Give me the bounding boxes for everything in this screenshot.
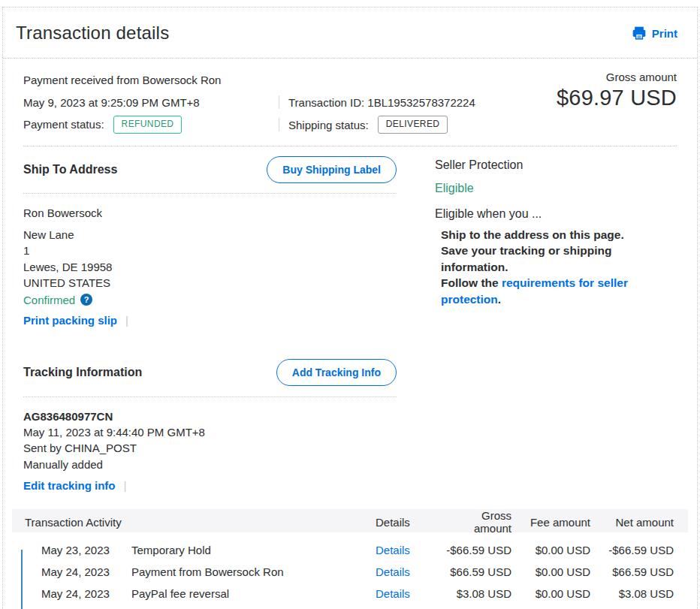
section-divider bbox=[23, 193, 397, 194]
fee-amount-cell: $0.00 USD bbox=[511, 544, 590, 556]
table-row: May 24, 2023 Payment from Bowersock Ron … bbox=[12, 561, 688, 583]
table-row: May 24, 2023 PayPal fee reversal Details… bbox=[12, 583, 688, 604]
payment-date: May 9, 2023 at 9:25:09 PM GMT+8 bbox=[23, 96, 279, 109]
shipping-status-label: Shipping status: bbox=[288, 119, 369, 131]
payment-summary-left: Payment received from Bowersock Ron May … bbox=[23, 68, 475, 136]
gross-amount-value: $69.97 USD bbox=[557, 86, 677, 110]
column-header-gross: Gross amount bbox=[443, 509, 511, 535]
gross-amount-cell: $3.08 USD bbox=[443, 587, 511, 600]
address-line: Lewes, DE 19958 bbox=[23, 259, 397, 275]
table-row: May 24, 2023 Refund to Bowersock Ron Det… bbox=[12, 604, 688, 609]
shipping-status-badge: DELIVERED bbox=[378, 116, 448, 133]
section-divider bbox=[23, 396, 397, 397]
activity-header-row: Transaction Activity Details Gross amoun… bbox=[12, 509, 688, 532]
print-label: Print bbox=[652, 27, 677, 40]
address-line: New Lane bbox=[23, 227, 397, 243]
ship-to-heading: Ship To Address bbox=[23, 163, 117, 176]
tracking-section: Tracking Information Add Tracking Info A… bbox=[23, 359, 397, 494]
seller-protection-item: Save your tracking or shipping informati… bbox=[441, 243, 677, 275]
address-block: New Lane 1 Lewes, DE 19958 UNITED STATES bbox=[23, 227, 397, 291]
activity-description: PayPal fee reversal bbox=[131, 587, 376, 600]
activity-date: May 23, 2023 bbox=[29, 544, 131, 556]
seller-protection-item: Ship to the address on this page. bbox=[441, 227, 677, 243]
payment-summary: Payment received from Bowersock Ron May … bbox=[23, 68, 677, 136]
link-separator: | bbox=[125, 314, 128, 327]
address-confirmed-status: Confirmed bbox=[23, 294, 75, 306]
print-button[interactable]: Print bbox=[632, 26, 677, 41]
ship-to-section: Ship To Address Buy Shipping Label Ron B… bbox=[23, 155, 397, 328]
tracking-heading: Tracking Information bbox=[23, 366, 142, 379]
details-link[interactable]: Details bbox=[376, 587, 410, 600]
tracking-number: AG836480977CN bbox=[23, 409, 397, 424]
transaction-details-card: Transaction details Print Payment receiv… bbox=[2, 7, 698, 609]
activity-heading: Transaction Activity bbox=[18, 516, 376, 529]
gross-amount-cell: $66.59 USD bbox=[443, 565, 511, 578]
address-line: 1 bbox=[23, 243, 397, 258]
column-header-net: Net amount bbox=[590, 516, 674, 529]
seller-protection-status: Eligible bbox=[435, 182, 677, 195]
tracking-method: Manually added bbox=[23, 457, 397, 472]
transaction-id: Transaction ID: 1BL19532578372224 bbox=[288, 96, 475, 109]
print-packing-slip-link[interactable]: Print packing slip bbox=[23, 314, 117, 327]
edit-tracking-info-link[interactable]: Edit tracking info bbox=[23, 479, 116, 492]
activity-description: Payment from Bowersock Ron bbox=[131, 565, 376, 578]
seller-protection-heading: Seller Protection bbox=[435, 158, 677, 172]
page-title: Transaction details bbox=[16, 23, 169, 44]
activity-date: May 24, 2023 bbox=[29, 565, 131, 578]
column-header-fee: Fee amount bbox=[511, 516, 590, 529]
printer-icon bbox=[632, 26, 647, 41]
payment-received-from: Payment received from Bowersock Ron bbox=[23, 74, 221, 86]
divider bbox=[279, 95, 279, 109]
page-header: Transaction details Print bbox=[3, 8, 697, 59]
details-link[interactable]: Details bbox=[376, 544, 410, 556]
buy-shipping-label-button[interactable]: Buy Shipping Label bbox=[267, 156, 397, 183]
payment-status-label: Payment status: bbox=[23, 118, 104, 131]
help-icon[interactable]: ? bbox=[80, 294, 92, 306]
recipient-name: Ron Bowersock bbox=[23, 205, 397, 221]
section-divider bbox=[23, 146, 677, 146]
activity-description: Temporary Hold bbox=[131, 544, 376, 556]
tracking-carrier: Sent by CHINA_POST bbox=[23, 440, 397, 456]
seller-protection-item: Follow the requirements for seller prote… bbox=[441, 275, 677, 307]
fee-amount-cell: $0.00 USD bbox=[511, 565, 590, 578]
link-separator: | bbox=[124, 479, 127, 492]
details-link[interactable]: Details bbox=[376, 565, 410, 578]
address-line: UNITED STATES bbox=[23, 275, 397, 291]
activity-date: May 24, 2023 bbox=[29, 587, 131, 600]
seller-protection-intro: Eligible when you ... bbox=[435, 207, 677, 221]
gross-amount-cell: -$66.59 USD bbox=[443, 544, 511, 556]
tracking-date: May 11, 2023 at 9:44:40 PM GMT+8 bbox=[23, 424, 397, 440]
net-amount-cell: -$66.59 USD bbox=[590, 544, 674, 556]
divider bbox=[279, 118, 279, 131]
column-header-details: Details bbox=[376, 516, 443, 529]
timeline-connector bbox=[21, 550, 23, 609]
payment-status-badge: REFUNDED bbox=[113, 116, 183, 133]
add-tracking-info-button[interactable]: Add Tracking Info bbox=[276, 359, 397, 386]
net-amount-cell: $66.59 USD bbox=[590, 565, 674, 578]
fee-amount-cell: $0.00 USD bbox=[511, 587, 590, 600]
seller-protection-section: Seller Protection Eligible Eligible when… bbox=[435, 155, 677, 493]
table-row: May 23, 2023 Temporary Hold Details -$66… bbox=[12, 539, 688, 561]
transaction-activity-table: Transaction Activity Details Gross amoun… bbox=[12, 509, 688, 609]
net-amount-cell: $3.08 USD bbox=[590, 587, 674, 600]
gross-amount-block: Gross amount $69.97 USD bbox=[557, 68, 677, 136]
gross-amount-label: Gross amount bbox=[557, 71, 677, 83]
